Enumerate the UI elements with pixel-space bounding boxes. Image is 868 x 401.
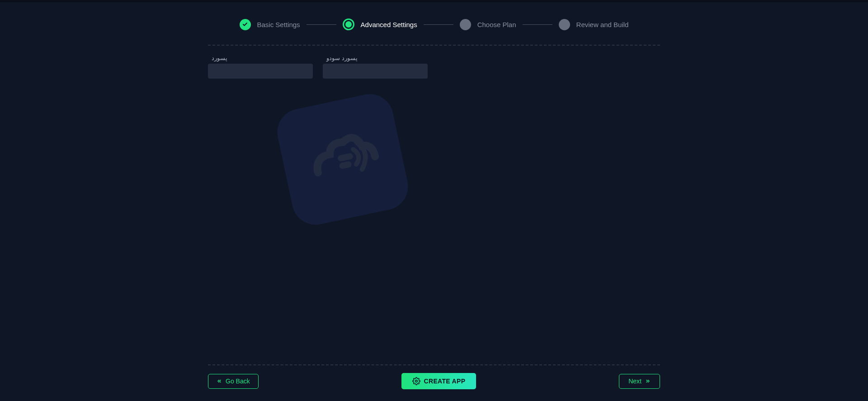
next-label: Next bbox=[628, 378, 642, 385]
sudo-password-field-group: پسورد سودو bbox=[323, 55, 428, 79]
step-label: Review and Build bbox=[576, 21, 629, 28]
step-connector bbox=[307, 24, 336, 25]
next-button[interactable]: Next bbox=[619, 374, 660, 389]
step-advanced-settings[interactable]: Advanced Settings bbox=[343, 19, 417, 30]
go-back-label: Go Back bbox=[226, 378, 250, 385]
password-input[interactable] bbox=[208, 64, 313, 79]
password-field-group: پسورد bbox=[208, 55, 313, 79]
check-circle-icon bbox=[240, 19, 251, 30]
advanced-settings-form: پسورد پسورد سودو bbox=[208, 46, 660, 79]
step-label: Choose Plan bbox=[477, 21, 516, 28]
brand-watermark bbox=[273, 90, 412, 229]
step-choose-plan[interactable]: Choose Plan bbox=[460, 19, 516, 30]
circle-icon bbox=[460, 19, 471, 30]
step-connector bbox=[424, 24, 453, 25]
go-back-button[interactable]: Go Back bbox=[208, 374, 259, 389]
step-label: Basic Settings bbox=[257, 21, 300, 28]
chevrons-left-icon bbox=[217, 378, 222, 384]
circle-icon bbox=[559, 19, 570, 30]
step-label: Advanced Settings bbox=[361, 21, 417, 28]
wizard-stepper: Basic Settings Advanced Settings Choose … bbox=[145, 2, 723, 45]
sudo-password-label: پسورد سودو bbox=[323, 55, 428, 61]
sudo-password-input[interactable] bbox=[323, 64, 428, 79]
create-app-button[interactable]: CREATE APP bbox=[401, 373, 476, 389]
wizard-footer: Go Back CREATE APP Next bbox=[208, 364, 660, 389]
password-label: پسورد bbox=[208, 55, 313, 61]
gear-icon bbox=[412, 377, 420, 385]
create-app-label: CREATE APP bbox=[424, 378, 466, 385]
step-basic-settings[interactable]: Basic Settings bbox=[240, 19, 300, 30]
radio-active-icon bbox=[343, 19, 354, 30]
chevrons-right-icon bbox=[645, 378, 651, 384]
svg-point-0 bbox=[415, 380, 417, 382]
step-review-build[interactable]: Review and Build bbox=[559, 19, 629, 30]
step-connector bbox=[523, 24, 552, 25]
divider bbox=[208, 364, 660, 365]
